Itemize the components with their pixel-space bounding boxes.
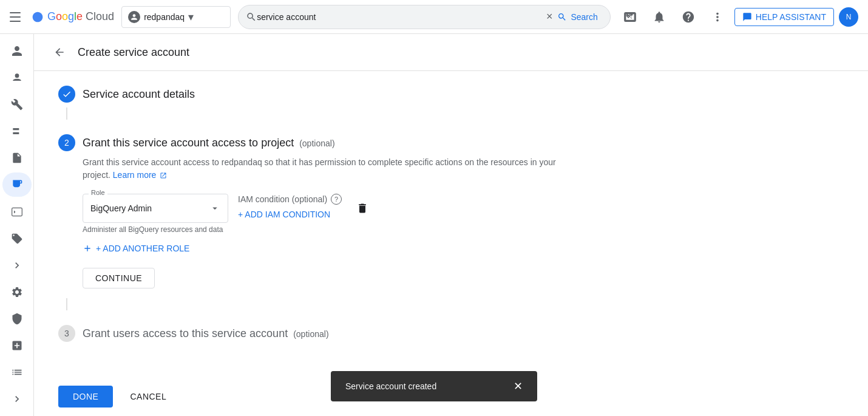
add-role-icon <box>83 244 92 253</box>
step2-body: Grant this service account access to red… <box>83 156 556 288</box>
cloud-logo-icon <box>32 11 44 23</box>
search-input[interactable] <box>257 12 546 22</box>
topbar: Google Cloud redpandaq ▾ × Search <box>0 0 868 34</box>
topbar-right: HELP ASSISTANT N <box>618 5 858 29</box>
project-name: redpandaq <box>144 12 185 22</box>
main-content: Create service account Service account d… <box>34 34 868 416</box>
step2-divider <box>66 298 67 310</box>
role-dropdown-icon <box>209 203 220 214</box>
cloud-shell-button[interactable] <box>618 5 642 29</box>
search-icon <box>246 12 257 22</box>
sidebar-item-security[interactable] <box>2 307 32 331</box>
step2-description: Grant this service account access to red… <box>83 156 556 182</box>
sidebar-item-audit-logs[interactable] <box>2 146 32 170</box>
back-button[interactable] <box>49 41 70 63</box>
role-select-dropdown[interactable]: BigQuery Admin <box>83 194 228 223</box>
page-title: Create service account <box>78 46 189 59</box>
more-options-button[interactable] <box>705 5 730 29</box>
project-avatar <box>128 11 140 23</box>
role-description: Administer all BigQuery resources and da… <box>83 225 228 234</box>
sidebar-item-apis[interactable] <box>2 119 32 143</box>
learn-more-link[interactable]: Learn more <box>113 170 167 180</box>
iam-help-icon[interactable]: ? <box>331 194 342 205</box>
help-assistant-button[interactable]: HELP ASSISTANT <box>734 8 834 26</box>
role-row: Role BigQuery Admin Administer all BigQu… <box>83 194 556 234</box>
toast-notification: Service account created ✕ <box>331 371 537 401</box>
search-submit-icon <box>557 12 567 22</box>
google-cloud-logo: Google Cloud <box>32 10 114 23</box>
external-link-icon <box>160 172 167 179</box>
page-header: Create service account <box>34 34 868 71</box>
iam-condition-column: IAM condition (optional) ? + ADD IAM CON… <box>238 194 342 219</box>
step1-header: Service account details <box>58 86 556 103</box>
done-button[interactable]: DONE <box>58 386 113 407</box>
iam-label-row: IAM condition (optional) ? <box>238 194 342 205</box>
role-select-container: Role BigQuery Admin Administer all BigQu… <box>83 194 228 234</box>
svg-rect-3 <box>12 208 22 216</box>
step1-divider <box>66 107 67 120</box>
role-select-wrapper: Role BigQuery Admin <box>83 194 228 223</box>
step3-title: Grant users access to this service accou… <box>83 327 329 340</box>
step3-section: 3 Grant users access to this service acc… <box>58 325 556 342</box>
step2-header: 2 Grant this service account access to p… <box>58 134 556 151</box>
help-assistant-label: HELP ASSISTANT <box>756 12 826 22</box>
step3-header: 3 Grant users access to this service acc… <box>58 325 556 342</box>
step2-badge: 2 <box>58 134 75 151</box>
help-button[interactable] <box>676 5 700 29</box>
step3-badge: 3 <box>58 325 75 342</box>
user-avatar[interactable]: N <box>839 7 858 27</box>
logo-text: Google Cloud <box>47 10 114 23</box>
project-selector[interactable]: redpandaq ▾ <box>121 6 231 28</box>
help-assistant-icon <box>742 12 752 22</box>
step1-section: Service account details <box>58 86 556 120</box>
sidebar-item-activity[interactable] <box>2 360 32 384</box>
sidebar <box>0 34 34 416</box>
topbar-left: Google Cloud redpandaq ▾ <box>10 6 231 28</box>
step1-badge <box>58 86 75 103</box>
step1-title: Service account details <box>83 88 195 101</box>
role-select-value: BigQuery Admin <box>90 203 152 213</box>
sidebar-item-iam[interactable] <box>2 39 32 63</box>
iam-label: IAM condition (optional) <box>238 194 327 204</box>
search-clear-button[interactable]: × <box>546 10 553 23</box>
notifications-button[interactable] <box>647 5 671 29</box>
toast-message: Service account created <box>345 381 436 391</box>
cancel-button[interactable]: CANCEL <box>120 386 176 407</box>
form-content: Service account details 2 Grant this ser… <box>34 71 580 371</box>
role-select-label: Role <box>89 189 107 196</box>
page-header-left: Create service account <box>49 41 189 63</box>
main-layout: Create service account Service account d… <box>0 34 868 416</box>
search-button[interactable]: Search <box>552 12 602 22</box>
hamburger-menu-icon[interactable] <box>10 10 24 24</box>
toast-close-button[interactable]: ✕ <box>514 380 523 393</box>
add-another-role-button[interactable]: + ADD ANOTHER ROLE <box>83 244 556 253</box>
sidebar-item-add[interactable] <box>2 333 32 358</box>
delete-role-button[interactable] <box>351 197 373 219</box>
continue-button[interactable]: CONTINUE <box>83 268 155 288</box>
dropdown-icon: ▾ <box>188 10 194 24</box>
sidebar-item-tools[interactable] <box>2 92 32 117</box>
step2-section: 2 Grant this service account access to p… <box>58 134 556 310</box>
search-bar: × Search <box>238 5 611 29</box>
sidebar-item-service-accounts[interactable] <box>2 66 32 90</box>
sidebar-item-more[interactable] <box>2 253 32 278</box>
sidebar-item-tags[interactable] <box>2 227 32 251</box>
sidebar-item-workload-identity[interactable] <box>2 172 32 197</box>
add-iam-condition-button[interactable]: + ADD IAM CONDITION <box>238 210 342 219</box>
sidebar-item-settings[interactable] <box>2 280 32 304</box>
step2-title: Grant this service account access to pro… <box>83 137 335 149</box>
sidebar-expand-button[interactable] <box>2 387 32 411</box>
sidebar-item-cloud-shell[interactable] <box>2 199 32 223</box>
